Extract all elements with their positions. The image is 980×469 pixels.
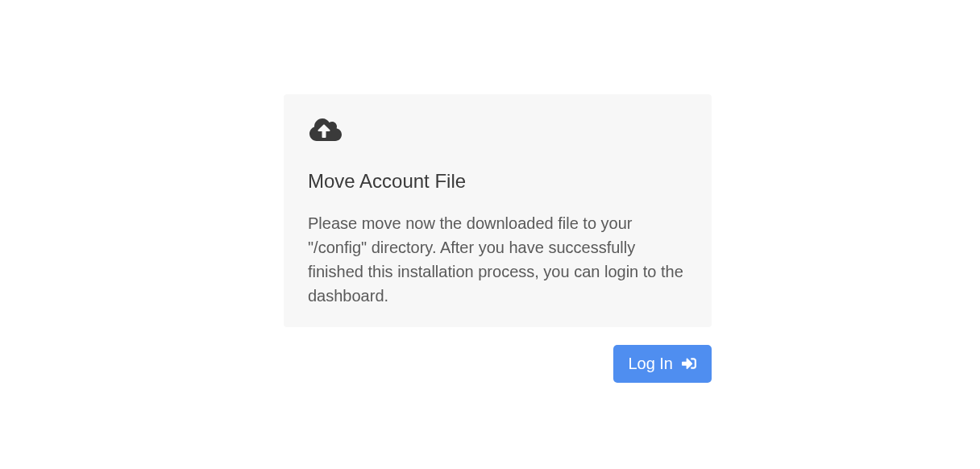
card-icon-wrap xyxy=(308,117,687,143)
cloud-upload-icon xyxy=(308,117,343,143)
card-body-text: Please move now the downloaded file to y… xyxy=(308,211,687,308)
login-button[interactable]: Log In xyxy=(613,345,712,383)
info-card: Move Account File Please move now the do… xyxy=(284,94,712,327)
sign-in-icon xyxy=(681,356,697,371)
card-title: Move Account File xyxy=(308,170,687,193)
setup-panel: Move Account File Please move now the do… xyxy=(284,94,712,383)
login-button-label: Log In xyxy=(628,355,673,373)
button-row: Log In xyxy=(284,345,712,383)
